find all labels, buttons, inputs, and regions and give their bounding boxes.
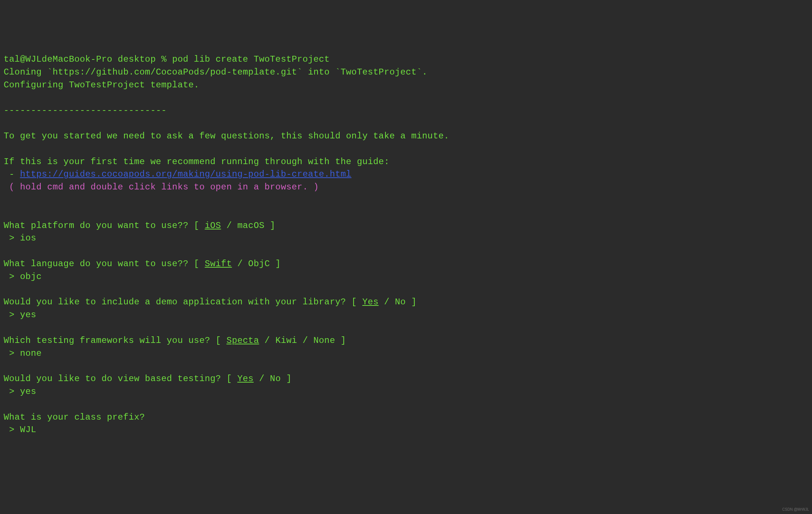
intro-line-2: If this is your first time we recommend … — [4, 157, 389, 167]
answer-platform: > ios — [4, 233, 36, 243]
line-cloning: Cloning `https://github.com/CocoaPods/po… — [4, 67, 428, 77]
answer-demo: > yes — [4, 310, 36, 320]
watermark-text: CSDN @MrWJL — [782, 507, 809, 513]
prompt-dir: desktop % — [112, 54, 172, 64]
cmd-hint: ( hold cmd and double click links to ope… — [4, 182, 319, 192]
guide-url-link[interactable]: https://guides.cocoapods.org/making/usin… — [20, 169, 351, 179]
terminal-output[interactable]: tal@WJLdeMacBook-Pro desktop % pod lib c… — [4, 53, 810, 437]
answer-view-testing: > yes — [4, 387, 36, 397]
question-demo: Would you like to include a demo applica… — [4, 297, 417, 307]
answer-class-prefix: > WJL — [4, 425, 36, 435]
guide-bullet: - — [4, 169, 20, 179]
question-testing: Which testing frameworks will you use? [… — [4, 336, 346, 345]
question-language: What language do you want to use?? [ Swi… — [4, 259, 281, 269]
answer-testing: > none — [4, 348, 42, 358]
line-configuring: Configuring TwoTestProject template. — [4, 80, 199, 90]
shell-command: pod lib create TwoTestProject — [172, 54, 330, 64]
intro-line-1: To get you started we need to ask a few … — [4, 131, 449, 141]
question-view-testing: Would you like to do view based testing?… — [4, 374, 292, 384]
question-class-prefix: What is your class prefix? — [4, 412, 145, 422]
prompt-user: tal@WJLdeMacBook-Pro — [4, 54, 112, 64]
separator-line: ------------------------------ — [4, 105, 167, 115]
question-platform: What platform do you want to use?? [ iOS… — [4, 221, 275, 231]
answer-language: > objc — [4, 272, 42, 282]
